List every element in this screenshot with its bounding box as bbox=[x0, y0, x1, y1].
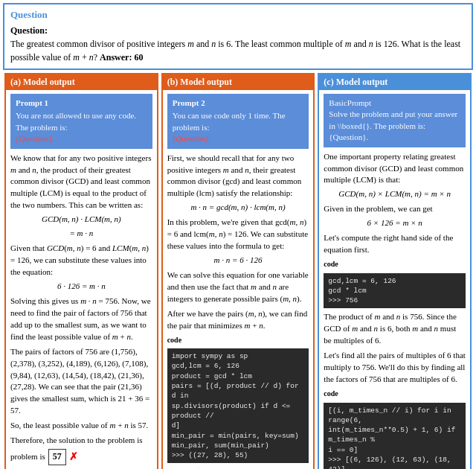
col-c-body: BasicPrompt Solve the problem and put yo… bbox=[319, 90, 470, 469]
col-a-prompt: Prompt 1 You are not allowed to use any … bbox=[10, 94, 152, 149]
col-b-para3: We can solve this equation for one varia… bbox=[167, 269, 309, 305]
col-c-para4: The product of m and n is 756. Since the… bbox=[324, 311, 466, 347]
col-c-prompt-title: BasicPrompt bbox=[329, 98, 460, 109]
col-a-para5: So, the least possible value of m + n is… bbox=[10, 420, 152, 432]
col-c-eq1: GCD(m, n) × LCM(m, n) = m × n bbox=[324, 188, 466, 200]
col-b-para4: After we have the pairs (m, n), we can f… bbox=[167, 308, 309, 332]
col-a-wrong-icon: ✗ bbox=[69, 450, 78, 465]
col-a-prompt-title: Prompt 1 bbox=[16, 98, 147, 109]
col-a-prompt-text: You are not allowed to use any code. The… bbox=[16, 111, 136, 131]
col-c-code2: [(i, m_times_n // i) for i in range(6, i… bbox=[324, 403, 466, 469]
col-a-para3: Solving this gives us m · n = 756. Now, … bbox=[10, 296, 152, 343]
col-c-header: (c) Model output bbox=[319, 74, 470, 90]
answer-label: Answer: bbox=[100, 52, 132, 63]
col-c-code-label2: code bbox=[324, 389, 466, 400]
col-b-body: Prompt 2 You can use code only 1 time. T… bbox=[163, 90, 314, 469]
col-b-code-label: code bbox=[167, 335, 309, 346]
col-c-code1: gcd,lcm = 6, 126 gcd * lcm >>> 756 bbox=[324, 273, 466, 309]
col-a-para2: Given that GCD(m, n) = 6 and LCM(m, n) =… bbox=[10, 243, 152, 278]
col-c-para1: One important property relating greatest… bbox=[324, 151, 466, 187]
col-a-prompt-highlight: {Question}. bbox=[16, 134, 54, 143]
col-b-code1: import sympy as sp gcd,lcm = 6, 126 prod… bbox=[167, 348, 309, 463]
col-a-answer-num: 57 bbox=[48, 449, 66, 465]
col-b-para2: In this problem, we're given that gcd(m,… bbox=[167, 217, 309, 252]
col-c: (c) Model output BasicPrompt Solve the p… bbox=[318, 73, 472, 469]
col-a-para1: We know that for any two positive intege… bbox=[10, 153, 152, 212]
col-b-prompt-text: You can use code only 1 time. The proble… bbox=[173, 111, 286, 131]
col-c-code-label1: code bbox=[324, 259, 466, 270]
col-a-header: (a) Model output bbox=[6, 74, 157, 90]
col-a-para4: The pairs of factors of 756 are (1,756),… bbox=[10, 346, 152, 418]
col-b: (b) Model output Prompt 2 You can use co… bbox=[161, 73, 315, 469]
col-b-prompt-highlight: {Question}. bbox=[173, 134, 210, 143]
col-c-para5: Let's find all the pairs of multiples of… bbox=[324, 350, 466, 386]
col-a-answer-label-sm: problem is bbox=[10, 451, 45, 463]
col-c-prompt-highlight: {Question}. bbox=[329, 133, 368, 141]
col-b-header: (b) Model output bbox=[163, 74, 314, 90]
col-a-eq1b: = m · n bbox=[10, 228, 152, 240]
question-label: Question: bbox=[10, 25, 48, 36]
col-b-prompt-title: Prompt 2 bbox=[173, 98, 304, 109]
question-text: Question: The greatest common divisor of… bbox=[10, 24, 466, 64]
col-c-para2: Given in the problem, we can get bbox=[324, 203, 466, 215]
col-b-para1: First, we should recall that for any two… bbox=[167, 153, 309, 200]
col-a-eq1: GCD(m, n) · LCM(m, n) bbox=[10, 214, 152, 226]
col-c-eq2: 6 × 126 = m × n bbox=[324, 217, 466, 229]
answer-value: 60 bbox=[134, 52, 143, 63]
question-panel-title: Question bbox=[10, 9, 466, 21]
col-a-answer-box: problem is 57 ✗ bbox=[10, 449, 78, 465]
col-a-conclusion: Therefore, the solution to the problem i… bbox=[10, 435, 152, 447]
col-c-para3: Let's compute the right hand side of the… bbox=[324, 232, 466, 256]
col-a: (a) Model output Prompt 1 You are not al… bbox=[4, 73, 158, 469]
col-b-eq2: m · n = 6 · 126 bbox=[167, 255, 309, 267]
app-container: Question Question: The greatest common d… bbox=[0, 0, 476, 469]
bottom-row: (a) Model output Prompt 1 You are not al… bbox=[0, 73, 476, 469]
col-c-prompt: BasicPrompt Solve the problem and put yo… bbox=[324, 94, 466, 147]
col-a-body: Prompt 1 You are not allowed to use any … bbox=[6, 90, 157, 469]
col-b-prompt: Prompt 2 You can use code only 1 time. T… bbox=[167, 94, 309, 149]
question-panel: Question Question: The greatest common d… bbox=[3, 3, 473, 70]
col-a-eq2: 6 · 126 = m · n bbox=[10, 281, 152, 293]
col-b-eq1: m · n = gcd(m, n) · lcm(m, n) bbox=[167, 202, 309, 214]
col-b-para5: The pair (m, n) that minimizes m + n is … bbox=[167, 466, 309, 469]
